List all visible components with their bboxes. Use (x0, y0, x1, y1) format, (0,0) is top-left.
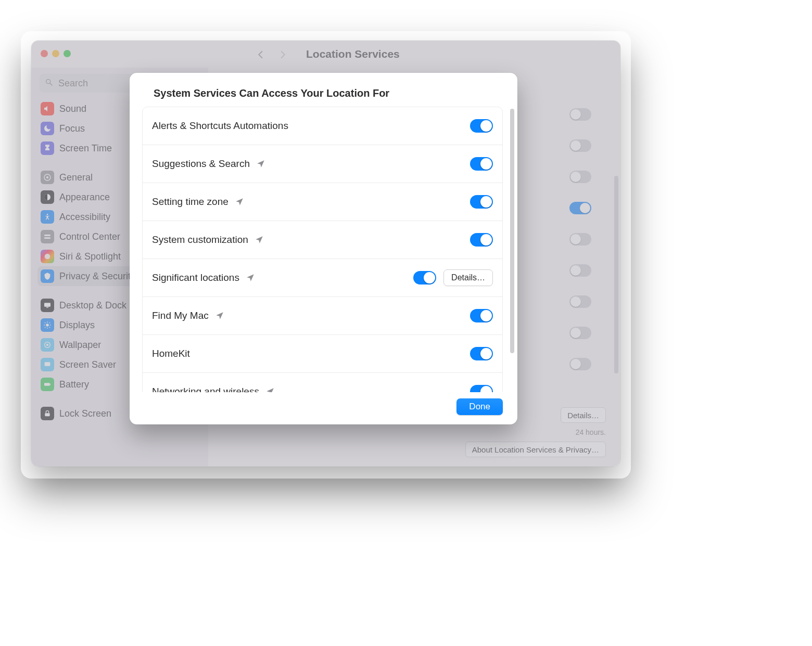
service-toggle[interactable] (470, 195, 493, 209)
background-app-toggle[interactable] (569, 264, 591, 277)
service-label: Setting time zone (152, 196, 229, 208)
background-app-toggle[interactable] (569, 171, 591, 183)
sheet-scrollbar[interactable] (510, 109, 514, 353)
service-label: System customization (152, 234, 248, 246)
service-row: HomeKit (143, 335, 502, 373)
close-window-button[interactable] (41, 50, 48, 57)
service-toggle[interactable] (413, 271, 436, 285)
svg-line-19 (49, 322, 50, 323)
lock-icon (41, 407, 54, 420)
svg-point-5 (47, 214, 48, 215)
service-row: System customization (143, 221, 502, 259)
sound-icon (41, 102, 54, 115)
svg-rect-25 (45, 413, 49, 416)
svg-rect-23 (44, 383, 50, 385)
svg-rect-24 (50, 384, 50, 385)
background-app-toggle[interactable] (569, 358, 591, 370)
service-label: Find My Mac (152, 310, 209, 321)
svg-line-17 (49, 327, 50, 328)
service-row: Setting time zone (143, 183, 502, 221)
svg-line-1 (50, 83, 52, 85)
sidebar-item-label: General (59, 172, 93, 183)
page-title: Location Services (306, 48, 400, 60)
service-toggle[interactable] (470, 385, 493, 392)
displays-icon (41, 318, 54, 332)
sidebar-item-label: Displays (59, 320, 95, 331)
location-arrow-icon (255, 235, 264, 244)
background-app-toggle[interactable] (569, 327, 591, 339)
privacy-icon (41, 269, 54, 283)
service-toggle[interactable] (470, 347, 493, 360)
svg-rect-22 (45, 362, 50, 366)
sidebar-item-label: Siri & Spotlight (59, 251, 121, 262)
service-details-button[interactable]: Details… (443, 269, 493, 286)
about-location-privacy-button[interactable]: About Location Services & Privacy… (465, 442, 606, 457)
svg-rect-9 (44, 303, 50, 306)
sidebar-item-label: Control Center (59, 231, 120, 242)
sidebar-item-label: Screen Time (59, 143, 112, 154)
service-toggle[interactable] (470, 233, 493, 247)
sidebar-item-label: Wallpaper (59, 340, 101, 351)
battery-icon (41, 378, 54, 391)
wallpaper-icon (41, 338, 54, 352)
service-row: Networking and wireless (143, 373, 502, 392)
svg-rect-6 (44, 235, 50, 236)
svg-line-16 (45, 322, 45, 323)
service-label: Significant locations (152, 272, 239, 283)
service-row: Alerts & Shortcuts Automations (143, 107, 502, 145)
window-controls (41, 50, 71, 57)
background-app-toggle[interactable] (569, 108, 591, 121)
titlebar: Location Services (31, 41, 620, 68)
svg-line-18 (45, 327, 45, 328)
siri-icon (41, 250, 54, 263)
sidebar-item-label: Focus (59, 123, 85, 134)
sidebar-item-label: Appearance (59, 192, 110, 203)
location-arrow-icon (215, 311, 224, 320)
svg-point-8 (45, 254, 50, 260)
maximize-window-button[interactable] (64, 50, 71, 57)
svg-point-0 (46, 79, 50, 83)
sheet-title: System Services Can Access Your Location… (130, 73, 517, 105)
background-app-toggle[interactable] (569, 295, 591, 308)
sidebar-item-label: Accessibility (59, 212, 110, 223)
svg-point-3 (46, 176, 48, 178)
accessibility-icon (41, 210, 54, 224)
sidebar-item-label: Lock Screen (59, 408, 111, 419)
location-arrow-icon (246, 273, 255, 282)
svg-point-11 (46, 324, 48, 326)
service-toggle[interactable] (470, 157, 493, 171)
service-toggle[interactable] (470, 119, 493, 133)
content-scrollbar[interactable] (614, 176, 618, 373)
done-button[interactable]: Done (456, 398, 503, 415)
sidebar-item-label: Sound (59, 104, 86, 114)
screensaver-icon (41, 358, 54, 371)
sidebar-item-label: Battery (59, 379, 89, 390)
forward-button[interactable] (278, 50, 287, 61)
desktop-icon (41, 299, 54, 312)
controlcenter-icon (41, 230, 54, 243)
back-button[interactable] (256, 50, 265, 61)
system-services-sheet: System Services Can Access Your Location… (130, 73, 517, 424)
background-details-button[interactable]: Details… (561, 407, 606, 423)
svg-point-21 (46, 344, 48, 346)
svg-rect-7 (44, 237, 50, 239)
system-services-list: Alerts & Shortcuts AutomationsSuggestion… (142, 107, 503, 392)
service-row: Find My Mac (143, 297, 502, 335)
location-arrow-icon (256, 159, 265, 169)
service-label: Networking and wireless (152, 386, 259, 392)
minimize-window-button[interactable] (52, 50, 59, 57)
focus-icon (41, 122, 54, 135)
service-row: Significant locationsDetails… (143, 259, 502, 297)
general-icon (41, 171, 54, 184)
appearance-icon (41, 190, 54, 204)
location-arrow-icon (265, 387, 275, 392)
location-arrow-icon (235, 197, 244, 206)
service-label: Alerts & Shortcuts Automations (152, 120, 288, 132)
sidebar-item-label: Privacy & Security (59, 271, 135, 282)
service-toggle[interactable] (470, 309, 493, 322)
background-app-toggle[interactable] (569, 233, 591, 246)
sidebar-item-label: Screen Saver (59, 359, 116, 370)
background-app-toggle[interactable] (569, 139, 591, 152)
background-app-toggle[interactable] (569, 202, 591, 214)
service-label: HomeKit (152, 348, 190, 359)
